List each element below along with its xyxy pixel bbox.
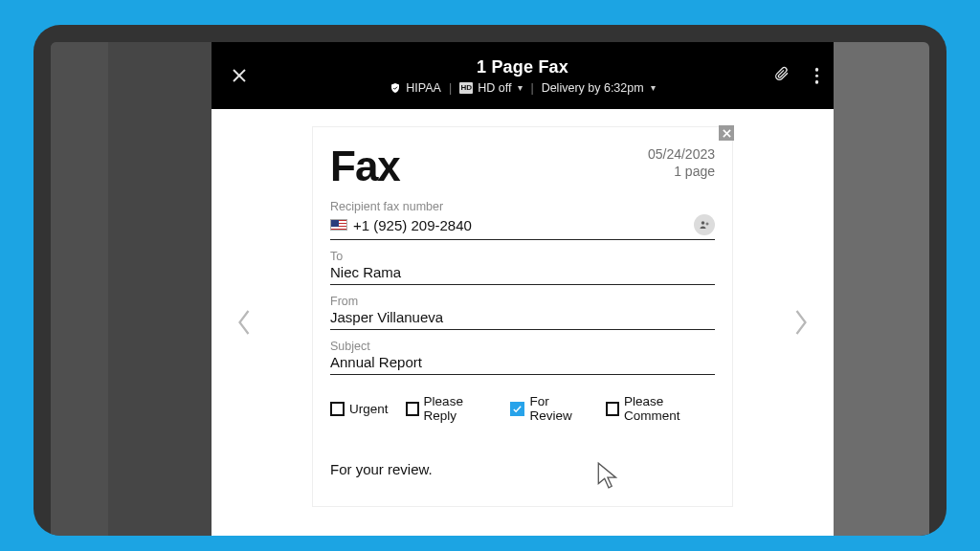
device-frame-inner: 1 Page Fax HIPAA | HD HD off ▾	[33, 25, 947, 536]
fax-compose-modal: 1 Page Fax HIPAA | HD HD off ▾	[212, 42, 834, 536]
from-value: Jasper Villanueva	[330, 309, 715, 325]
for-review-label: For Review	[529, 394, 589, 423]
checkbox-box	[406, 402, 419, 416]
delivery-time-picker[interactable]: Delivery by 6:32pm ▾	[542, 81, 656, 95]
from-field: From Jasper Villanueva	[330, 295, 715, 330]
us-flag-icon	[330, 219, 347, 231]
app-window: 1 Page Fax HIPAA | HD HD off ▾	[51, 42, 929, 536]
paperclip-icon	[774, 65, 790, 82]
chevron-down-icon: ▾	[518, 82, 523, 93]
add-contact-button[interactable]	[694, 214, 715, 235]
recipient-fax-label: Recipient fax number	[330, 200, 715, 213]
kebab-dot	[815, 68, 819, 72]
to-value: Niec Rama	[330, 264, 715, 280]
contact-add-icon	[699, 219, 710, 231]
modal-title: 1 Page Fax	[477, 57, 568, 77]
modal-subbar: HIPAA | HD HD off ▾ | Delivery by 6:32pm…	[390, 81, 655, 95]
fax-cover-page: Fax 05/24/2023 1 page Recipient fax numb…	[312, 126, 733, 507]
checkbox-box	[330, 402, 345, 416]
checkbox-box	[606, 402, 619, 416]
urgent-label: Urgent	[349, 402, 389, 416]
check-icon	[512, 404, 523, 414]
chevron-right-icon	[792, 308, 810, 337]
hd-toggle[interactable]: HD HD off ▾	[459, 81, 523, 95]
svg-point-4	[702, 221, 705, 225]
prev-page-button[interactable]	[229, 299, 259, 345]
hd-label: HD off	[478, 81, 511, 95]
please-reply-label: Please Reply	[424, 394, 494, 423]
hd-icon: HD	[459, 82, 473, 94]
to-row[interactable]: Niec Rama	[330, 264, 715, 285]
close-small-icon	[723, 129, 731, 138]
hipaa-label: HIPAA	[406, 81, 441, 95]
please-reply-checkbox[interactable]: Please Reply	[406, 394, 494, 423]
recipient-fax-field: Recipient fax number +1 (925) 209-2840	[330, 200, 715, 240]
background-dim-right	[834, 42, 929, 536]
page-date: 05/24/2023	[648, 146, 715, 164]
page-meta: 05/24/2023 1 page	[648, 146, 715, 180]
chevron-left-icon	[235, 308, 253, 337]
priority-checkboxes: Urgent Please Reply For Review Please Co…	[330, 394, 715, 423]
from-label: From	[330, 295, 715, 308]
attachment-button[interactable]	[774, 65, 790, 86]
device-frame-outer: 1 Page Fax HIPAA | HD HD off ▾	[0, 0, 980, 551]
modal-body: Fax 05/24/2023 1 page Recipient fax numb…	[212, 109, 834, 536]
please-comment-checkbox[interactable]: Please Comment	[606, 394, 715, 423]
background-dim-left-inner	[108, 42, 212, 536]
kebab-dot	[815, 74, 819, 77]
kebab-dot	[815, 80, 819, 84]
more-options-button[interactable]	[815, 68, 819, 84]
separator: |	[530, 81, 533, 95]
subject-label: Subject	[330, 340, 715, 353]
close-icon	[231, 67, 248, 84]
subject-field: Subject Annual Report	[330, 340, 715, 375]
next-page-button[interactable]	[786, 299, 816, 345]
page-header-row: Fax 05/24/2023 1 page	[330, 143, 715, 190]
delivery-label: Delivery by 6:32pm	[542, 81, 644, 95]
fax-body-text[interactable]: For your review.	[330, 461, 715, 477]
to-field: To Niec Rama	[330, 250, 715, 285]
fax-heading: Fax	[330, 143, 400, 190]
recipient-fax-row[interactable]: +1 (925) 209-2840	[330, 214, 715, 240]
page-count: 1 page	[648, 164, 715, 181]
subject-value: Annual Report	[330, 354, 715, 370]
chevron-down-icon: ▾	[651, 82, 656, 93]
to-label: To	[330, 250, 715, 263]
for-review-checkbox[interactable]: For Review	[510, 394, 589, 423]
checkbox-box	[510, 402, 524, 416]
separator: |	[449, 81, 452, 95]
subject-row[interactable]: Annual Report	[330, 354, 715, 375]
from-row[interactable]: Jasper Villanueva	[330, 309, 715, 330]
recipient-fax-value: +1 (925) 209-2840	[353, 217, 688, 233]
shield-check-icon	[390, 82, 401, 94]
hipaa-badge: HIPAA	[390, 81, 441, 95]
close-button[interactable]	[229, 65, 250, 86]
please-comment-label: Please Comment	[624, 394, 715, 423]
modal-header: 1 Page Fax HIPAA | HD HD off ▾	[212, 42, 834, 109]
urgent-checkbox[interactable]: Urgent	[330, 394, 389, 423]
remove-page-button[interactable]	[719, 125, 734, 141]
